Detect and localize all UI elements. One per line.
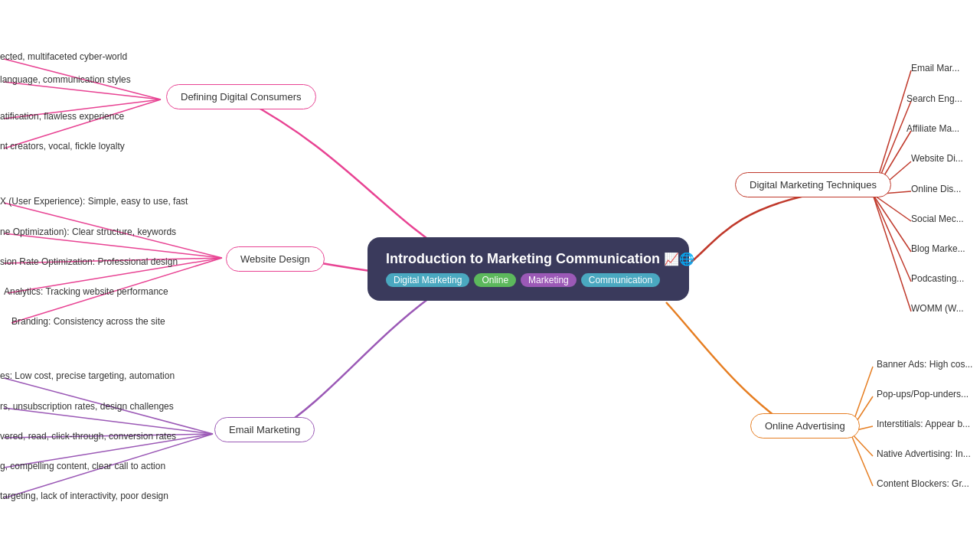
leaf-digital-consumer-2: language, communication styles xyxy=(0,74,131,85)
leaf-email-1: es: Low cost, precise targeting, automat… xyxy=(0,370,175,381)
center-title: Introduction to Marketing Communication … xyxy=(386,251,671,267)
branch-website-design[interactable]: Website Design xyxy=(226,246,325,272)
leaf-oa-2: Pop-ups/Pop-unders... xyxy=(877,389,969,399)
tag-online: Online xyxy=(474,273,516,287)
branch-digital-techniques[interactable]: Digital Marketing Techniques xyxy=(735,172,891,197)
leaf-dmt-2: Search Eng... xyxy=(906,93,962,104)
leaf-email-4: g, compelling content, clear call to act… xyxy=(0,461,165,471)
leaf-dmt-6: Social Mec... xyxy=(911,214,964,224)
leaf-dmt-4: Website Di... xyxy=(911,153,963,164)
tag-marketing: Marketing xyxy=(521,273,577,287)
svg-line-22 xyxy=(873,194,911,311)
leaf-email-2: rs, unsubscription rates, design challen… xyxy=(0,401,174,412)
branch-online-advertising[interactable]: Online Advertising xyxy=(750,413,860,439)
leaf-digital-consumer-3: atification, flawless experience xyxy=(0,111,124,122)
svg-line-20 xyxy=(873,194,911,252)
leaf-digital-consumer-4: nt creators, vocal, fickle loyalty xyxy=(0,141,125,152)
svg-line-21 xyxy=(873,194,911,282)
branch-defining-digital[interactable]: Defining Digital Consumers xyxy=(166,84,316,109)
leaf-oa-3: Interstitials: Appear b... xyxy=(877,419,970,429)
leaf-website-4: Analytics: Tracking website performance xyxy=(4,286,168,297)
leaf-dmt-7: Blog Marke... xyxy=(911,243,965,254)
leaf-dmt-3: Affiliate Ma... xyxy=(906,123,959,134)
svg-line-10 xyxy=(4,408,213,434)
branch-email-marketing[interactable]: Email Marketing xyxy=(214,417,315,442)
leaf-dmt-8: Podcasting... xyxy=(911,273,964,284)
leaf-dmt-9: WOMM (W... xyxy=(911,303,964,314)
leaf-oa-1: Banner Ads: High cos... xyxy=(877,359,972,370)
svg-line-27 xyxy=(850,432,873,486)
tag-communication: Communication xyxy=(581,273,660,287)
leaf-email-3: vered, read, click-through, conversion r… xyxy=(0,431,176,442)
leaf-website-2: ne Optimization): Clear structure, keywo… xyxy=(0,227,176,237)
leaf-dmt-5: Online Dis... xyxy=(911,184,961,194)
leaf-dmt-1: Email Mar... xyxy=(911,63,959,73)
tag-digital-marketing: Digital Marketing xyxy=(386,273,469,287)
leaf-oa-5: Content Blockers: Gr... xyxy=(877,478,969,489)
leaf-oa-4: Native Advertising: In... xyxy=(877,448,971,459)
leaf-email-5: targeting, lack of interactivity, poor d… xyxy=(0,491,168,501)
center-node[interactable]: Introduction to Marketing Communication … xyxy=(368,237,689,301)
leaf-digital-consumer-1: ected, multifaceted cyber-world xyxy=(0,51,127,62)
center-tags: Digital Marketing Online Marketing Commu… xyxy=(386,273,671,287)
leaf-website-1: X (User Experience): Simple, easy to use… xyxy=(0,196,188,207)
leaf-website-3: sion Rate Optimization: Professional des… xyxy=(0,256,178,267)
svg-line-19 xyxy=(873,194,911,221)
leaf-website-5: Branding: Consistency across the site xyxy=(11,316,165,327)
mindmap-canvas: Introduction to Marketing Communication … xyxy=(0,0,980,551)
